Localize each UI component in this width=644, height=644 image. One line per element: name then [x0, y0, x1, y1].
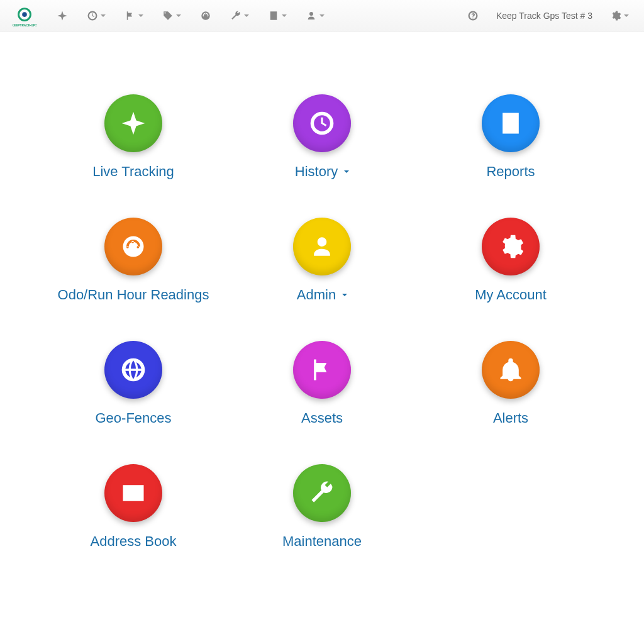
nav-help[interactable] [458, 3, 487, 28]
nav-alerts[interactable] [116, 3, 152, 28]
chevron-down-icon [138, 14, 143, 17]
chevron-down-icon [176, 14, 181, 17]
nav-assets[interactable] [153, 3, 190, 28]
tile-reports[interactable]: Reports [416, 94, 605, 180]
tile-circle [104, 94, 162, 152]
tile-label: Admin [297, 287, 347, 303]
tile-geo-fences[interactable]: Geo-Fences [39, 341, 228, 426]
tile-circle [293, 94, 351, 152]
tile-label: Odo/Run Hour Readings [58, 287, 209, 303]
chevron-down-icon [101, 14, 106, 17]
person-icon [308, 233, 336, 260]
flag-icon [125, 10, 136, 21]
svg-point-1 [22, 12, 27, 17]
tile-circle [482, 218, 540, 275]
clock-icon [308, 109, 336, 137]
tile-label: History [295, 164, 349, 180]
tile-circle [104, 464, 162, 522]
bell-icon [497, 356, 525, 384]
tile-circle [293, 341, 351, 399]
gauge-icon [200, 10, 211, 21]
tile-circle [293, 464, 351, 522]
account-label[interactable]: Keep Track Gps Test # 3 [487, 11, 601, 21]
chevron-down-icon [282, 14, 287, 17]
gear-icon [497, 233, 525, 260]
chevron-down-icon [244, 14, 249, 17]
tile-label: Alerts [493, 410, 528, 426]
chevron-down-icon [344, 170, 349, 173]
tile-live-tracking[interactable]: Live Tracking [39, 94, 228, 180]
crosshair-icon [57, 10, 68, 21]
flag-icon [308, 356, 336, 384]
nav-odo[interactable] [191, 3, 220, 28]
chevron-down-icon [624, 14, 629, 17]
tile-address-book[interactable]: Address Book [39, 464, 228, 550]
chevron-down-icon [342, 294, 347, 296]
report-icon [497, 109, 525, 137]
chevron-down-icon [319, 14, 325, 17]
svg-text:KEEPTRACK·GPS: KEEPTRACK·GPS [13, 24, 36, 27]
report-icon [268, 10, 279, 21]
nav-history[interactable] [78, 3, 114, 28]
person-icon [306, 10, 317, 21]
tile-label: Geo-Fences [95, 410, 171, 426]
tag-icon [162, 10, 174, 21]
tile-circle [104, 341, 162, 399]
tile-odo[interactable]: Odo/Run Hour Readings [39, 218, 228, 303]
top-navbar: KEEPTRACK·GPS Keep Track Gps Te [0, 0, 644, 31]
gauge-icon [119, 233, 147, 260]
nav-tracking[interactable] [48, 3, 77, 28]
gear-icon [610, 10, 621, 21]
tile-circle [482, 94, 540, 152]
nav-settings[interactable] [601, 3, 638, 28]
tile-label: Assets [301, 410, 343, 426]
wrench-icon [308, 479, 336, 507]
crosshair-icon [119, 109, 147, 137]
tile-my-account[interactable]: My Account [416, 218, 605, 303]
tile-circle [482, 341, 540, 399]
clock-icon [87, 10, 98, 21]
tile-label: Reports [486, 164, 535, 180]
dashboard-grid: Live TrackingHistoryReportsOdo/Run Hour … [0, 94, 644, 550]
tile-label: Address Book [91, 533, 177, 550]
tile-history[interactable]: History [228, 94, 416, 180]
tile-label: Live Tracking [92, 164, 174, 180]
tile-circle [104, 218, 162, 275]
tile-maintenance[interactable]: Maintenance [228, 464, 416, 550]
tile-label: Maintenance [282, 533, 362, 550]
globe-icon [119, 356, 147, 384]
nav-admin[interactable] [297, 3, 333, 28]
tile-assets[interactable]: Assets [228, 341, 416, 426]
tile-circle [293, 218, 351, 275]
help-icon [467, 10, 479, 21]
tile-label: My Account [475, 287, 547, 303]
tile-alerts[interactable]: Alerts [416, 341, 605, 426]
wrench-icon [230, 10, 242, 21]
mail-icon [119, 479, 147, 507]
nav-maintenance[interactable] [221, 3, 258, 28]
nav-left-group [48, 3, 333, 28]
brand-logo[interactable]: KEEPTRACK·GPS [6, 3, 43, 29]
tile-admin[interactable]: Admin [228, 218, 416, 303]
nav-reports[interactable] [259, 3, 296, 28]
